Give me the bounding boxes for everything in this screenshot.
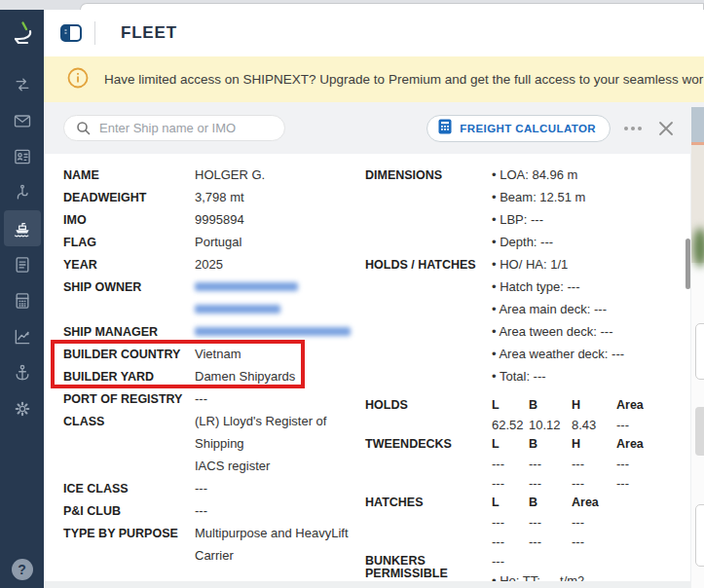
dimensions-row: DIMENSIONSLOA: 84.96 m — [365, 164, 690, 186]
toolbar: FREIGHT CALCULATOR — [44, 102, 704, 154]
sidebar-item-calculator[interactable] — [4, 282, 41, 318]
ship-details-panel: NAMEHOLGER G. DEADWEIGHT3,798 mt IMO9995… — [44, 154, 690, 581]
sidebar-item-mail[interactable] — [4, 102, 41, 138]
freight-calculator-label: FREIGHT CALCULATOR — [460, 123, 596, 134]
hatches-table-row: --- --- --- — [365, 512, 690, 532]
sliver-button-edge-2 — [695, 504, 704, 567]
field-ice-class: ICE CLASS--- — [63, 477, 360, 499]
page-title: FLEET — [121, 23, 177, 43]
bottom-strip — [44, 581, 704, 588]
search-icon — [76, 121, 91, 139]
holds-table-row: 62.52 10.12 8.43 --- — [365, 415, 690, 434]
field-imo: IMO9995894 — [63, 208, 360, 231]
vertical-scrollbar-thumb[interactable] — [685, 239, 690, 289]
sidebar-item-analytics[interactable] — [4, 318, 41, 354]
sidebar-item-contacts[interactable] — [4, 138, 41, 174]
right-panel-sliver — [691, 107, 704, 588]
sidebar-nav — [4, 66, 41, 426]
ship-details-left-column: NAMEHOLGER G. DEADWEIGHT3,798 mt IMO9995… — [63, 164, 360, 567]
field-ship-owner: SHIP OWNER — [63, 276, 360, 298]
sidebar-item-fleet[interactable] — [4, 210, 41, 246]
close-icon[interactable] — [657, 120, 675, 137]
info-icon — [67, 67, 89, 92]
search-input[interactable] — [63, 115, 285, 141]
field-builder-yard: BUILDER YARDDamen Shipyards — [63, 365, 360, 387]
sidebar-item-transfer[interactable] — [4, 66, 41, 102]
freight-calculator-button[interactable]: FREIGHT CALCULATOR — [426, 115, 611, 142]
sliver-image-edge — [691, 145, 704, 263]
permissible-loads-row: PERMISSIBLE LOADS Ho: TT: --- t/m2 — [365, 570, 690, 581]
field-pi-club: P&I CLUB--- — [63, 499, 360, 522]
tweendecks-table-row: --- --- --- --- — [365, 473, 690, 493]
premium-banner: Have limited access on SHIPNEXT? Upgrade… — [44, 56, 704, 102]
field-builder-country: BUILDER COUNTRYVietnam — [63, 343, 360, 365]
field-port-of-registry: PORT OF REGISTRY--- — [63, 387, 360, 410]
sidebar-item-settings[interactable] — [4, 390, 41, 426]
header-divider — [94, 21, 95, 45]
ship-owner-redacted-link[interactable] — [195, 282, 298, 291]
field-class-line2: Shipping — [63, 432, 360, 455]
page-header: FLEET — [44, 10, 704, 56]
field-type-by-purpose: TYPE BY PURPOSEMultipurpose and HeavyLif… — [63, 522, 360, 544]
ship-search — [63, 115, 285, 141]
holds-hatches-row: HOLDS / HATCHESHO/ HA: 1/1 — [365, 253, 690, 276]
browser-chrome-strip — [0, 0, 704, 10]
tweendecks-table-row: --- --- --- --- — [365, 454, 690, 473]
field-ship-manager: SHIP MANAGER — [63, 320, 360, 343]
field-year: YEAR2025 — [63, 253, 360, 276]
field-class: CLASS(LR) Lloyd's Register of — [63, 410, 360, 432]
sidebar: ? — [0, 10, 44, 588]
help-icon[interactable]: ? — [12, 559, 33, 580]
sidebar-item-documents[interactable] — [4, 246, 41, 282]
panel-toggle-button[interactable] — [59, 22, 83, 44]
ship-details-right-column: DIMENSIONSLOA: 84.96 m Beam: 12.51 m LBP… — [365, 164, 690, 581]
sliver-filled-button-edge — [695, 407, 704, 456]
field-flag: FLAGPortugal — [63, 231, 360, 253]
browser-addressbar-edge — [80, 3, 704, 10]
sliver-green-blob — [693, 228, 704, 267]
calculator-icon — [437, 119, 453, 138]
app-window: ? FLEET Have limited access on SHIPNEXT?… — [0, 0, 704, 588]
holds-table-header: HOLDS L B H Area — [365, 395, 690, 415]
main-area: FLEET Have limited access on SHIPNEXT? U… — [44, 10, 704, 588]
shipnext-logo-icon[interactable] — [6, 16, 39, 53]
more-options-icon[interactable] — [624, 127, 642, 130]
field-type-by-purpose-line2: Carrier — [63, 544, 360, 567]
sidebar-item-cargo-hook[interactable] — [4, 174, 41, 210]
field-deadweight: DEADWEIGHT3,798 mt — [63, 186, 360, 208]
hatches-table-row: --- --- --- — [365, 532, 690, 551]
sidebar-item-anchor[interactable] — [4, 354, 41, 390]
tweendecks-table-header: TWEENDECKS L B H Area — [365, 434, 690, 454]
hatches-table-header: HATCHES L B Area — [365, 493, 690, 512]
field-name: NAMEHOLGER G. — [63, 164, 360, 186]
ship-manager-redacted-link[interactable] — [195, 327, 351, 336]
toolbar-actions: FREIGHT CALCULATOR — [426, 115, 675, 142]
sliver-map-edge — [691, 107, 704, 142]
field-class-line3: IACS register — [63, 455, 360, 477]
sliver-button-edge — [695, 323, 704, 380]
ship-owner-redacted-link-2[interactable] — [195, 305, 280, 313]
banner-message: Have limited access on SHIPNEXT? Upgrade… — [104, 72, 703, 87]
field-ship-owner-line2 — [63, 298, 360, 320]
